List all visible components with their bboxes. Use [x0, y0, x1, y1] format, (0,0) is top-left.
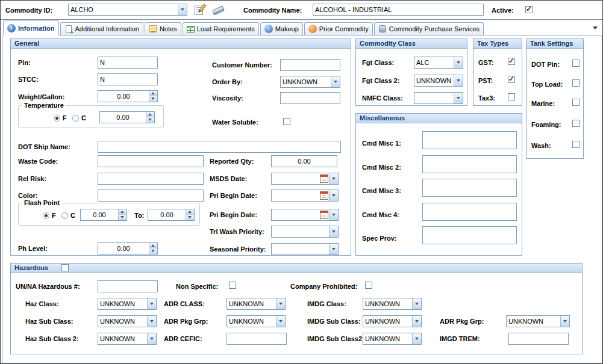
imgd-trem-input[interactable]: [508, 333, 569, 345]
spin-down-icon[interactable]: [146, 117, 154, 123]
eraser-icon[interactable]: [211, 3, 226, 17]
trl-wash-priority-select[interactable]: [271, 226, 339, 238]
haz-sub-class-value[interactable]: [98, 316, 147, 327]
msds-date-picker[interactable]: [271, 173, 339, 185]
temperature-spinner[interactable]: [99, 111, 155, 123]
customer-number-input[interactable]: [280, 59, 340, 71]
spin-down-icon[interactable]: [149, 96, 157, 102]
fgt-class-2-select[interactable]: [414, 75, 463, 87]
weight-gallon-value[interactable]: [98, 91, 149, 102]
adr-pkg-grp-select[interactable]: [227, 315, 286, 327]
spin-up-icon[interactable]: [186, 209, 194, 215]
reported-qty-input[interactable]: [271, 155, 337, 167]
haz-class-select[interactable]: [98, 298, 157, 310]
stcc-input[interactable]: [98, 73, 158, 85]
adr-class-select[interactable]: [227, 298, 286, 310]
commodity-id-value[interactable]: [69, 4, 178, 15]
calendar-icon[interactable]: [320, 174, 328, 183]
tab-additional-information[interactable]: Additional Information: [60, 22, 143, 35]
spin-up-icon[interactable]: [146, 112, 154, 117]
ph-level-value[interactable]: [98, 243, 149, 254]
dot-pin-checkbox[interactable]: [572, 60, 580, 67]
commodity-id-combobox[interactable]: [68, 4, 187, 16]
pri-begin-date-2-value[interactable]: [272, 209, 319, 220]
pri-begin-date-value[interactable]: [272, 190, 319, 201]
fgt-class-select[interactable]: [414, 57, 463, 69]
chevron-down-icon[interactable]: [454, 93, 463, 103]
chevron-down-icon[interactable]: [329, 173, 338, 184]
commodity-name-input[interactable]: [313, 4, 484, 16]
imdg-sub-class-2-select[interactable]: [363, 333, 422, 345]
chevron-down-icon[interactable]: [276, 316, 285, 327]
water-soluble-checkbox[interactable]: [283, 118, 290, 125]
waste-code-input[interactable]: [98, 155, 204, 167]
cmd-misc-1-input[interactable]: [422, 131, 517, 149]
viscosity-input[interactable]: [280, 92, 340, 104]
cmd-msc-4-input[interactable]: [422, 203, 517, 221]
chevron-down-icon[interactable]: [331, 76, 340, 87]
gst-checkbox[interactable]: [508, 58, 515, 65]
weight-gallon-spinner[interactable]: [98, 90, 158, 102]
chevron-down-icon[interactable]: [454, 57, 463, 68]
order-by-value[interactable]: [281, 76, 331, 87]
company-prohibited-checkbox[interactable]: [365, 282, 372, 289]
spin-down-icon[interactable]: [149, 248, 157, 254]
tax3-checkbox[interactable]: [508, 93, 515, 100]
chevron-down-icon[interactable]: [147, 316, 156, 327]
spin-up-icon[interactable]: [149, 91, 157, 96]
spin-down-icon[interactable]: [118, 215, 127, 220]
chevron-down-icon[interactable]: [329, 209, 338, 220]
flash-point-to-spinner[interactable]: [148, 209, 195, 221]
marine-checkbox[interactable]: [572, 99, 580, 106]
tab-load-requirements[interactable]: Load Requirements: [183, 22, 259, 35]
flash-point-f-radio[interactable]: [43, 212, 49, 219]
haz-sub-class-2-value[interactable]: [98, 333, 147, 344]
calendar-icon[interactable]: [320, 211, 328, 219]
flash-point-spinner[interactable]: [80, 209, 127, 221]
color-input[interactable]: [98, 190, 204, 202]
tab-information[interactable]: Information: [3, 20, 59, 35]
nmfc-class-select[interactable]: [414, 92, 463, 104]
chevron-down-icon[interactable]: [178, 4, 187, 15]
imdg-sub-class-2-value[interactable]: [363, 333, 412, 344]
chevron-down-icon[interactable]: [329, 244, 338, 254]
temperature-c-radio[interactable]: [72, 115, 79, 122]
tab-commodity-purchase-services[interactable]: Commodity Purchase Services: [374, 22, 484, 35]
flash-point-c-radio[interactable]: [61, 212, 68, 219]
spin-up-icon[interactable]: [149, 243, 157, 248]
pin-input[interactable]: [98, 57, 158, 69]
tab-notes[interactable]: Notes: [145, 22, 181, 35]
cmd-misc-2-input[interactable]: [422, 155, 517, 173]
adr-pkg-grp-2-value[interactable]: [507, 316, 560, 327]
pri-begin-date-picker[interactable]: [271, 190, 339, 202]
chevron-down-icon[interactable]: [560, 316, 569, 327]
order-by-select[interactable]: [280, 76, 340, 88]
rel-risk-input[interactable]: [98, 173, 204, 185]
top-load-checkbox[interactable]: [572, 79, 580, 87]
chevron-down-icon[interactable]: [412, 333, 421, 344]
chevron-down-icon[interactable]: [329, 190, 338, 201]
haz-sub-class-select[interactable]: [98, 315, 157, 327]
imdg-class-value[interactable]: [363, 298, 412, 309]
chevron-down-icon[interactable]: [329, 226, 338, 237]
chevron-down-icon[interactable]: [147, 333, 156, 344]
foaming-checkbox[interactable]: [572, 120, 580, 127]
tab-makeup[interactable]: Makeup: [260, 22, 303, 35]
cmd-misc-3-input[interactable]: [422, 179, 517, 197]
temperature-f-radio[interactable]: [54, 115, 60, 122]
pri-begin-date-2-picker[interactable]: [271, 209, 339, 221]
fgt-class-2-value[interactable]: [414, 75, 454, 86]
non-specific-checkbox[interactable]: [229, 282, 236, 289]
edit-icon[interactable]: [193, 3, 208, 17]
dot-ship-name-input[interactable]: [98, 141, 341, 153]
chevron-down-icon[interactable]: [147, 298, 156, 309]
temperature-value[interactable]: [100, 112, 146, 123]
active-checkbox[interactable]: [525, 6, 533, 13]
haz-sub-class-2-select[interactable]: [98, 333, 157, 345]
fgt-class-value[interactable]: [414, 57, 454, 68]
msds-date-value[interactable]: [272, 173, 319, 184]
un-na-hazardous-input[interactable]: [98, 280, 158, 292]
imdg-sub-class-value[interactable]: [363, 316, 412, 327]
ph-level-spinner[interactable]: [98, 242, 158, 254]
trl-wash-priority-value[interactable]: [272, 226, 329, 237]
